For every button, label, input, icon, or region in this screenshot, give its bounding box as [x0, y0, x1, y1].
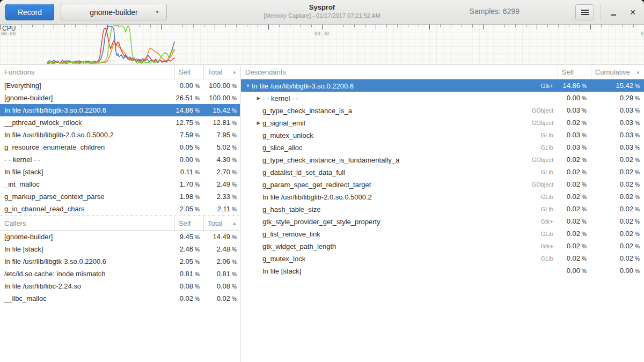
percent-value: 0.81% — [174, 268, 203, 280]
percent-value: 0.05% — [174, 141, 203, 154]
paned-handle[interactable] — [0, 215, 240, 217]
library-badge: GLib — [541, 191, 558, 203]
percent-value: 1.70% — [174, 178, 203, 191]
expander-closed-icon[interactable]: ▶ — [255, 92, 262, 105]
table-row[interactable]: g_resource_enumerate_children0.05%5.02% — [0, 141, 240, 153]
minimize-button[interactable] — [605, 4, 621, 20]
sort-ascending-icon: ▲ — [232, 217, 237, 230]
function-name: In file /usr/lib/libglib-2.0.so.0.5000.2 — [0, 129, 174, 142]
percent-value: 26.51% — [174, 92, 203, 105]
table-row[interactable]: __libc_malloc0.02%0.02% — [0, 292, 240, 305]
table-row[interactable]: g_markup_parse_context_parse1.98%2.33% — [0, 190, 240, 203]
time-label-0030: 00:30 — [314, 31, 329, 36]
function-name: g_mutex_lock — [262, 253, 305, 265]
table-row[interactable]: [gnome-builder]26.51%100.00% — [0, 92, 240, 104]
function-name: In file /usr/lib/libgtk-3.so.0.2200.6 — [252, 80, 354, 92]
table-row[interactable]: _int_malloc1.70%2.49% — [0, 178, 240, 190]
percent-value: 7.95% — [203, 129, 240, 142]
descendants-table-header: Descendants Self Cumulative ▲ — [241, 65, 644, 79]
library-badge: GObject — [532, 105, 558, 117]
percent-value: 0.02% — [558, 166, 591, 179]
descendants-column-header[interactable]: Descendants — [241, 65, 558, 79]
tree-row[interactable]: g_datalist_id_set_data_fullGLib0.02%0.02… — [241, 166, 644, 178]
descendants-self-column-header[interactable]: Self — [558, 65, 591, 79]
expander-open-icon[interactable]: ▼ — [244, 80, 252, 92]
table-row[interactable]: In file /usr/lib/libglib-2.0.so.0.5000.2… — [0, 129, 240, 141]
tree-name-cell: g_datalist_id_set_data_fullGLib — [241, 166, 558, 179]
percent-value: 9.45% — [174, 231, 203, 243]
tree-row[interactable]: g_list_remove_linkGLib0.02%0.02% — [241, 227, 644, 240]
tree-row[interactable]: g_param_spec_get_redirect_targetGObject0… — [241, 178, 644, 190]
tree-name-cell: In file /usr/lib/libglib-2.0.so.0.5000.2… — [241, 190, 558, 203]
table-row[interactable]: In file /usr/lib/libgtk-3.so.0.2200.62.0… — [0, 255, 240, 268]
process-selector[interactable]: gnome-builder ▼ — [61, 4, 167, 20]
functions-column-header[interactable]: Functions — [0, 65, 174, 79]
cpu-timeline-graph[interactable]: CPU 00:00 00:30 01:00 — [0, 25, 644, 65]
table-row[interactable]: [gnome-builder]9.45%14.49% — [0, 231, 240, 243]
close-button[interactable]: ✕ — [625, 4, 641, 20]
percent-value: 0.03% — [558, 104, 591, 117]
tree-name-cell: gtk_widget_path_lengthGtk+ — [241, 240, 558, 253]
percent-value: 0.00% — [174, 79, 203, 92]
functions-total-column-header[interactable]: Total ▲ — [203, 65, 240, 79]
tree-row[interactable]: gtk_style_provider_get_style_propertyGtk… — [241, 215, 644, 227]
tree-row[interactable]: g_type_check_instance_is_aGObject0.03%0.… — [241, 104, 644, 116]
function-name: [gnome-builder] — [0, 231, 174, 243]
table-row[interactable]: In file /usr/lib/libgtk-3.so.0.2200.614.… — [0, 104, 240, 116]
function-name: /etc/ld.so.cache: inode mismatch — [0, 268, 174, 280]
header-bar: Record gnome-builder ▼ Sysprof [Memory C… — [0, 0, 644, 25]
percent-value: 0.02% — [558, 178, 591, 191]
table-row[interactable]: __pthread_rwlock_rdlock12.75%12.81% — [0, 116, 240, 129]
table-row[interactable]: g_io_channel_read_chars2.05%2.11% — [0, 203, 240, 215]
table-row[interactable]: In file /usr/lib/libc-2.24.so0.08%0.08% — [0, 280, 240, 292]
tree-row[interactable]: g_slice_allocGLib0.03%0.03% — [241, 141, 644, 153]
percent-value: 14.86% — [558, 79, 591, 92]
table-row[interactable]: /etc/ld.so.cache: inode mismatch0.81%0.8… — [0, 268, 240, 280]
percent-value: 2.70% — [203, 166, 240, 179]
table-row[interactable]: [Everything]0.00%100.00% — [0, 79, 240, 92]
percent-value: 2.06% — [203, 255, 240, 268]
tree-row[interactable]: gtk_widget_path_lengthGtk+0.02%0.02% — [241, 240, 644, 252]
callers-total-column-header[interactable]: Total ▲ — [203, 217, 240, 230]
percent-value: 14.49% — [203, 231, 240, 243]
tree-row[interactable]: In file /usr/lib/libglib-2.0.so.0.5000.2… — [241, 190, 644, 203]
function-name: - - kernel - - — [0, 153, 174, 166]
tree-name-cell: g_type_check_instance_is_aGObject — [241, 104, 558, 117]
callers-self-column-header[interactable]: Self — [174, 217, 203, 230]
library-badge: Gtk+ — [540, 216, 558, 228]
table-row[interactable]: - - kernel - -0.00%4.30% — [0, 153, 240, 166]
tree-row[interactable]: In file [stack]0.00%0.00% — [241, 264, 644, 277]
tree-row[interactable]: ▶- - kernel - -0.00%0.29% — [241, 92, 644, 104]
record-button[interactable]: Record — [5, 4, 54, 20]
tree-row[interactable]: g_type_check_instance_is_fundamentally_a… — [241, 153, 644, 166]
descendants-cumulative-column-header[interactable]: Cumulative ▲ — [591, 65, 644, 79]
percent-value: 0.02% — [558, 190, 591, 203]
percent-value: 0.02% — [558, 215, 591, 228]
descendants-cumulative-label: Cumulative — [595, 65, 630, 79]
expander-closed-icon[interactable]: ▶ — [255, 117, 262, 129]
callers-column-header[interactable]: Callers — [0, 217, 174, 230]
table-row[interactable]: In file [stack]0.11%2.70% — [0, 166, 240, 178]
table-row[interactable]: In file [stack]2.46%2.48% — [0, 243, 240, 255]
tree-row[interactable]: ▶g_signal_emitGObject0.02%0.03% — [241, 116, 644, 129]
tree-row[interactable]: ▼In file /usr/lib/libgtk-3.so.0.2200.6Gt… — [241, 79, 644, 92]
percent-value: 0.00% — [558, 92, 591, 105]
percent-value: 100.00% — [203, 79, 240, 92]
percent-value: 0.11% — [174, 166, 203, 179]
chevron-down-icon: ▼ — [155, 10, 159, 14]
tree-name-cell: g_slice_allocGLib — [241, 141, 558, 154]
function-name: In file [stack] — [0, 166, 174, 179]
menu-button[interactable] — [575, 4, 594, 20]
tree-row[interactable]: g_mutex_unlockGLib0.03%0.03% — [241, 129, 644, 141]
function-name: g_resource_enumerate_children — [0, 141, 174, 154]
percent-value: 0.02% — [591, 178, 644, 191]
percent-value: 0.02% — [591, 190, 644, 203]
library-badge: GLib — [541, 166, 558, 179]
library-badge: GLib — [541, 142, 558, 154]
functions-self-column-header[interactable]: Self — [174, 65, 203, 79]
function-name: In file [stack] — [262, 265, 301, 277]
tree-row[interactable]: g_mutex_lockGLib0.02%0.02% — [241, 252, 644, 264]
hamburger-icon — [581, 9, 589, 16]
tree-row[interactable]: g_hash_table_sizeGLib0.02%0.02% — [241, 203, 644, 215]
function-name: gtk_widget_path_length — [262, 240, 336, 253]
